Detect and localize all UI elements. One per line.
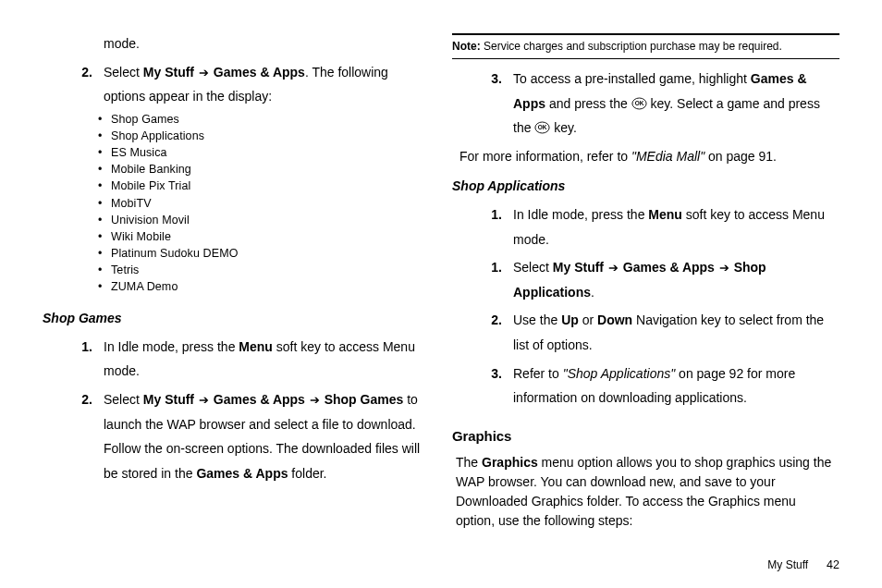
bullet-icon: •: [98, 161, 111, 178]
bullet-icon: •: [98, 212, 111, 228]
list-number: [43, 31, 104, 56]
bold-text: Up: [561, 312, 579, 327]
list-item: •ZUMA Demo: [98, 278, 430, 295]
bullet-text: Wiki Mobile: [111, 228, 430, 245]
page: mode. 2. Select My Stuff ➔ Games & Apps.…: [0, 0, 882, 588]
bullet-text: Mobile Banking: [111, 161, 430, 178]
list-body: Refer to "Shop Applications" on page 92 …: [513, 361, 839, 410]
text: on page 91.: [704, 149, 777, 164]
arrow-icon: ➔: [310, 389, 320, 412]
bold-text: My Stuff: [143, 65, 194, 80]
list-item: 3. To access a pre-installed game, highl…: [452, 67, 839, 141]
list-number: 1.: [452, 202, 513, 251]
bullet-icon: •: [98, 144, 111, 161]
bold-text: My Stuff: [143, 392, 194, 407]
list-body: Use the Up or Down Navigation key to sel…: [513, 308, 839, 357]
list-number: 2.: [43, 387, 104, 485]
list-item: •Tetris: [98, 262, 430, 278]
bold-text: Menu: [648, 207, 682, 222]
text: and press the: [545, 96, 631, 111]
list-item: •Mobile Banking: [98, 161, 430, 178]
list-item: 2. Select My Stuff ➔ Games & Apps. The f…: [43, 60, 430, 109]
bullet-text: ZUMA Demo: [111, 278, 430, 295]
content-columns: mode. 2. Select My Stuff ➔ Games & Apps.…: [43, 28, 839, 545]
svg-text:OK: OK: [538, 124, 547, 130]
list-body: Select My Stuff ➔ Games & Apps ➔ Shop Ga…: [104, 387, 430, 485]
list-item: 1. In Idle mode, press the Menu soft key…: [43, 335, 430, 384]
list-number: 3.: [452, 67, 513, 141]
list-item: 1. Select My Stuff ➔ Games & Apps ➔ Shop…: [452, 255, 839, 304]
list-body: In Idle mode, press the Menu soft key to…: [104, 335, 430, 384]
bold-text: Down: [597, 312, 632, 327]
text: Use the: [513, 312, 561, 327]
bold-text: Games & Apps: [623, 260, 715, 275]
bullet-icon: •: [98, 128, 111, 144]
arrow-icon: ➔: [199, 62, 209, 85]
list-body: In Idle mode, press the Menu soft key to…: [513, 202, 839, 251]
list-body: Select My Stuff ➔ Games & Apps ➔ Shop Ap…: [513, 255, 839, 304]
list-item: 1. In Idle mode, press the Menu soft key…: [452, 202, 839, 251]
arrow-icon: ➔: [608, 257, 619, 280]
list-number: 1.: [452, 255, 513, 304]
bullet-icon: •: [98, 278, 111, 295]
bullet-icon: •: [98, 262, 111, 278]
arrow-icon: ➔: [719, 257, 729, 280]
list-number: 2.: [452, 308, 513, 357]
list-number: 2.: [43, 60, 104, 109]
graphics-heading: Graphics: [452, 423, 839, 450]
bullet-text: Shop Applications: [111, 128, 430, 144]
list-item: 2. Use the Up or Down Navigation key to …: [452, 308, 839, 357]
list-item: •Platinum Sudoku DEMO: [98, 245, 430, 262]
bullet-text: Univision Movil: [111, 212, 430, 228]
bold-text: Graphics: [482, 455, 538, 470]
options-bullet-list: •Shop Games •Shop Applications •ES Music…: [98, 111, 430, 295]
bullet-text: MobiTV: [111, 195, 430, 212]
bullet-icon: •: [98, 111, 111, 128]
bullet-text: Mobile Pix Trial: [111, 178, 430, 194]
list-body: To access a pre-installed game, highligh…: [513, 67, 839, 141]
bold-text: Games & Apps: [214, 392, 305, 407]
bullet-text: Tetris: [111, 262, 430, 278]
arrow-icon: ➔: [199, 389, 209, 412]
bold-text: Shop Games: [325, 392, 404, 407]
bullet-text: Shop Games: [111, 111, 430, 128]
list-item: •Shop Games: [98, 111, 430, 128]
bullet-text: ES Musica: [111, 144, 430, 161]
ok-key-icon: OK: [631, 97, 647, 110]
shop-applications-steps: 1. In Idle mode, press the Menu soft key…: [452, 202, 839, 410]
note-label: Note:: [452, 40, 481, 53]
note-text: Service charges and subscription purchas…: [481, 40, 782, 53]
text: Select: [104, 65, 143, 80]
continued-ordered-list: mode. 2. Select My Stuff ➔ Games & Apps.…: [43, 31, 430, 109]
right-column: Note: Service charges and subscription p…: [448, 28, 839, 545]
bullet-icon: •: [98, 195, 111, 212]
list-item: •Univision Movil: [98, 212, 430, 228]
bullet-text: Platinum Sudoku DEMO: [111, 245, 430, 262]
list-number: 3.: [452, 361, 513, 410]
graphics-paragraph: The Graphics menu option allows you to s…: [452, 453, 839, 531]
bullet-icon: •: [98, 245, 111, 262]
continued-ordered-list: 3. To access a pre-installed game, highl…: [452, 67, 839, 141]
text: To access a pre-installed game, highligh…: [513, 71, 751, 86]
list-body: Select My Stuff ➔ Games & Apps. The foll…: [104, 60, 430, 109]
shop-applications-subheading: Shop Applications: [452, 174, 839, 199]
text: Refer to: [513, 366, 563, 381]
continued-mode-text: mode.: [104, 36, 140, 51]
bold-text: Menu: [239, 339, 273, 354]
text: For more information, refer to: [459, 149, 631, 164]
list-item: •ES Musica: [98, 144, 430, 161]
list-item: •Mobile Pix Trial: [98, 178, 430, 194]
svg-text:OK: OK: [634, 100, 643, 106]
list-item: •MobiTV: [98, 195, 430, 212]
bold-text: My Stuff: [553, 260, 604, 275]
list-body: mode.: [104, 31, 430, 56]
italic-text: "Shop Applications": [563, 366, 676, 381]
italic-text: "MEdia Mall": [631, 149, 704, 164]
text: folder.: [288, 466, 326, 481]
more-info-paragraph: For more information, refer to "MEdia Ma…: [456, 144, 839, 169]
text: Select: [104, 392, 143, 407]
note-box: Note: Service charges and subscription p…: [452, 33, 839, 59]
list-item: mode.: [43, 31, 430, 56]
bullet-icon: •: [98, 228, 111, 245]
list-item: 3. Refer to "Shop Applications" on page …: [452, 361, 839, 410]
